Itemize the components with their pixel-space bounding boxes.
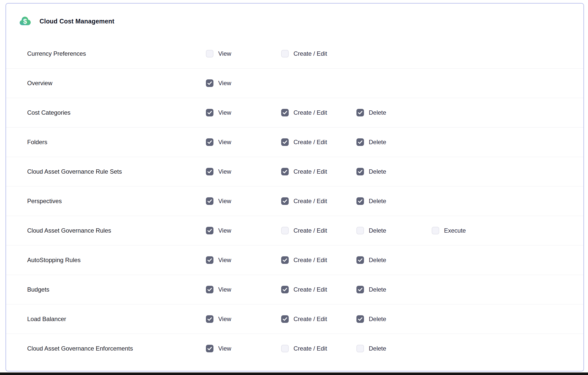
checkbox-view-checked[interactable] — [206, 256, 213, 264]
permission-label: Create / Edit — [293, 168, 327, 175]
checkbox-delete-checked[interactable] — [356, 256, 364, 264]
permission-label: View — [218, 286, 231, 293]
permission-label: View — [218, 168, 231, 175]
permission-label: Delete — [369, 198, 386, 205]
checkbox-delete-unchecked[interactable] — [356, 227, 364, 234]
permission-create_edit[interactable]: Create / Edit — [281, 315, 356, 323]
permission-delete[interactable]: Delete — [356, 227, 432, 234]
permission-label: Delete — [369, 345, 386, 352]
permission-row: AutoStopping RulesViewCreate / EditDelet… — [6, 245, 583, 275]
checkbox-view-checked[interactable] — [206, 79, 213, 87]
checkbox-create_edit-unchecked[interactable] — [281, 345, 289, 352]
checkbox-execute-unchecked[interactable] — [432, 227, 439, 234]
permission-label: Create / Edit — [293, 109, 327, 116]
permission-view[interactable]: View — [206, 227, 281, 234]
checkbox-view-checked[interactable] — [206, 227, 213, 234]
permission-row: Load BalancerViewCreate / EditDelete — [6, 304, 583, 334]
permission-create_edit[interactable]: Create / Edit — [281, 168, 356, 175]
permission-view[interactable]: View — [206, 50, 281, 57]
permission-label: View — [218, 109, 231, 116]
permission-create_edit[interactable]: Create / Edit — [281, 256, 356, 264]
resource-label: Perspectives — [27, 198, 206, 205]
permission-row: OverviewView — [6, 68, 583, 98]
permission-create_edit[interactable]: Create / Edit — [281, 197, 356, 205]
permission-label: Delete — [369, 316, 386, 323]
permission-delete[interactable]: Delete — [356, 168, 432, 175]
checkbox-view-checked[interactable] — [206, 168, 213, 175]
checkbox-view-checked[interactable] — [206, 315, 213, 323]
permission-delete[interactable]: Delete — [356, 109, 432, 116]
checkbox-delete-checked[interactable] — [356, 109, 364, 116]
permission-row: FoldersViewCreate / EditDelete — [6, 127, 583, 157]
permission-row: Cloud Asset Governance Rule SetsViewCrea… — [6, 157, 583, 186]
checkbox-view-unchecked[interactable] — [206, 50, 213, 57]
permission-label: View — [218, 139, 231, 146]
checkbox-delete-unchecked[interactable] — [356, 345, 364, 352]
permission-view[interactable]: View — [206, 315, 281, 323]
checkbox-delete-checked[interactable] — [356, 138, 364, 146]
permission-delete[interactable]: Delete — [356, 138, 432, 146]
checkbox-create_edit-unchecked[interactable] — [281, 227, 289, 234]
resource-label: Cost Categories — [27, 109, 206, 116]
permission-view[interactable]: View — [206, 138, 281, 146]
checkbox-delete-checked[interactable] — [356, 286, 364, 293]
permission-create_edit[interactable]: Create / Edit — [281, 345, 356, 352]
checkbox-view-checked[interactable] — [206, 109, 213, 116]
permission-label: Execute — [444, 227, 466, 234]
permission-view[interactable]: View — [206, 79, 281, 87]
permission-delete[interactable]: Delete — [356, 286, 432, 293]
checkbox-create_edit-checked[interactable] — [281, 286, 289, 293]
checkbox-create_edit-checked[interactable] — [281, 109, 289, 116]
permission-delete[interactable]: Delete — [356, 345, 432, 352]
permission-label: Create / Edit — [293, 227, 327, 234]
checkbox-create_edit-unchecked[interactable] — [281, 50, 289, 57]
resource-label: Cloud Asset Governance Rules — [27, 227, 206, 234]
permission-row: Currency PreferencesViewCreate / Edit — [6, 39, 583, 68]
permission-row: Cloud Asset Governance RulesViewCreate /… — [6, 216, 583, 245]
checkbox-create_edit-checked[interactable] — [281, 315, 289, 323]
resource-label: Cloud Asset Governance Rule Sets — [27, 168, 206, 175]
permission-row: Cloud Asset Governance EnforcementsViewC… — [6, 334, 583, 363]
permission-create_edit[interactable]: Create / Edit — [281, 138, 356, 146]
checkbox-view-checked[interactable] — [206, 138, 213, 146]
permission-view[interactable]: View — [206, 197, 281, 205]
svg-text:$: $ — [23, 18, 27, 25]
permission-create_edit[interactable]: Create / Edit — [281, 227, 356, 234]
checkbox-delete-checked[interactable] — [356, 197, 364, 205]
checkbox-view-checked[interactable] — [206, 345, 213, 352]
resource-label: Folders — [27, 139, 206, 146]
permission-view[interactable]: View — [206, 345, 281, 352]
permission-label: Create / Edit — [293, 257, 327, 264]
permission-label: Create / Edit — [293, 316, 327, 323]
permission-label: Create / Edit — [293, 198, 327, 205]
permission-delete[interactable]: Delete — [356, 315, 432, 323]
checkbox-delete-checked[interactable] — [356, 168, 364, 175]
permission-delete[interactable]: Delete — [356, 197, 432, 205]
permission-label: View — [218, 50, 231, 57]
permissions-card: $ Cloud Cost Management Currency Prefere… — [6, 3, 584, 371]
permission-row: BudgetsViewCreate / EditDelete — [6, 275, 583, 304]
permission-label: View — [218, 257, 231, 264]
permission-label: Delete — [369, 139, 386, 146]
resource-label: Cloud Asset Governance Enforcements — [27, 345, 206, 352]
permission-view[interactable]: View — [206, 109, 281, 116]
permission-view[interactable]: View — [206, 168, 281, 175]
permission-view[interactable]: View — [206, 256, 281, 264]
permission-create_edit[interactable]: Create / Edit — [281, 286, 356, 293]
permission-execute[interactable]: Execute — [432, 227, 507, 234]
checkbox-view-checked[interactable] — [206, 197, 213, 205]
checkbox-create_edit-checked[interactable] — [281, 168, 289, 175]
checkbox-create_edit-checked[interactable] — [281, 256, 289, 264]
permission-view[interactable]: View — [206, 286, 281, 293]
checkbox-create_edit-checked[interactable] — [281, 197, 289, 205]
permission-delete[interactable]: Delete — [356, 256, 432, 264]
permission-label: Delete — [369, 109, 386, 116]
permission-create_edit[interactable]: Create / Edit — [281, 50, 356, 57]
permission-row: PerspectivesViewCreate / EditDelete — [6, 186, 583, 216]
permission-label: Create / Edit — [293, 50, 327, 57]
bottom-edge-bar — [0, 372, 588, 375]
checkbox-view-checked[interactable] — [206, 286, 213, 293]
checkbox-delete-checked[interactable] — [356, 315, 364, 323]
checkbox-create_edit-checked[interactable] — [281, 138, 289, 146]
permission-create_edit[interactable]: Create / Edit — [281, 109, 356, 116]
